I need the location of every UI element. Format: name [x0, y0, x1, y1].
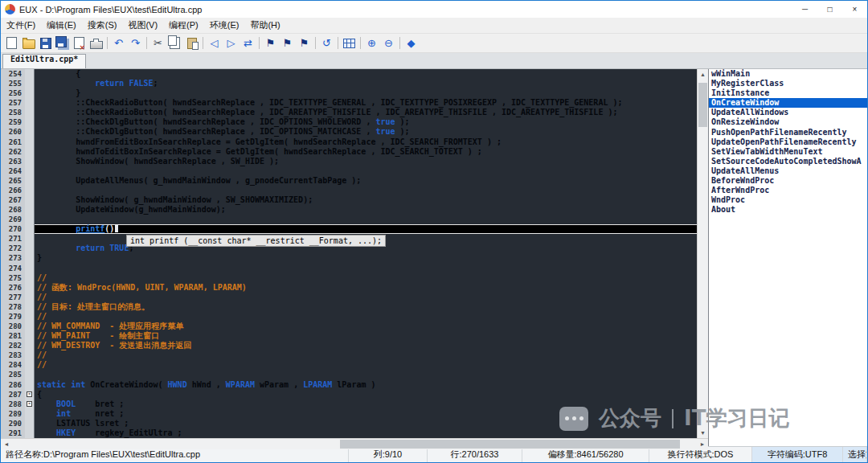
function-list-item[interactable]: wWinMain — [709, 69, 867, 79]
save-file-icon[interactable] — [37, 35, 54, 51]
tab-editultra[interactable]: EditUltra.cpp* — [2, 54, 86, 68]
function-list-item[interactable]: SetSourceCodeAutoCompletedShowA — [709, 157, 867, 166]
code-line[interactable]: 279// — [1, 312, 697, 322]
go-back-icon[interactable]: ↺ — [318, 35, 335, 51]
code-line[interactable]: 286static int OnCreateWindow( HWND hWnd … — [1, 380, 697, 390]
code-line[interactable]: 262 hwndToEditBoxInSearchReplace = GetDl… — [1, 147, 697, 157]
fold-marker-icon[interactable]: - — [27, 401, 32, 407]
redo-icon[interactable]: ↷ — [127, 35, 144, 51]
scroll-right-icon[interactable]: ► — [697, 439, 708, 449]
menu-file[interactable]: 文件(F) — [1, 18, 41, 33]
code-line[interactable]: 274 — [1, 264, 697, 273]
toggle-bookmark-icon[interactable]: ⚑ — [262, 35, 279, 51]
undo-icon[interactable]: ↶ — [110, 35, 127, 51]
code-line[interactable]: 277// — [1, 293, 697, 302]
code-text: ShowWindow( g_hwndMainWindow , SW_SHOWMA… — [35, 195, 697, 205]
code-line[interactable]: 264 — [1, 166, 697, 176]
code-line[interactable]: 280// WM_COMMAND - 处理应用程序菜单 — [1, 322, 697, 331]
paste-icon[interactable] — [183, 35, 200, 51]
code-line[interactable]: 254 { — [1, 69, 697, 79]
code-line[interactable]: 275// — [1, 273, 697, 283]
code-line[interactable]: 265 UpdateAllMenus( g_hwndMainWindow , g… — [1, 176, 697, 186]
code-line[interactable]: 284// — [1, 360, 697, 370]
open-file-icon[interactable] — [20, 35, 37, 51]
cut-icon[interactable]: ✂ — [149, 35, 166, 51]
code-line[interactable]: 267 ShowWindow( g_hwndMainWindow , SW_SH… — [1, 195, 697, 205]
code-line[interactable]: 281// WM_PAINT - 绘制主窗口 — [1, 331, 697, 341]
app-icon — [5, 4, 15, 14]
next-bookmark-icon[interactable]: ⚑ — [296, 35, 313, 51]
code-line[interactable]: 260 ::CheckDlgButton( hwndSearchReplace … — [1, 127, 697, 137]
code-line[interactable]: 259 ::CheckDlgButton( hwndSearchReplace … — [1, 117, 697, 127]
code-line[interactable]: 282// WM_DESTROY - 发送退出消息并返回 — [1, 341, 697, 350]
code-line[interactable]: 283// — [1, 350, 697, 360]
function-list-item[interactable]: OnResizeWindow — [709, 117, 867, 127]
menu-program[interactable]: 编程(P) — [163, 18, 204, 33]
function-list-item[interactable]: UpdateOpenPathFilenameRecently — [709, 137, 867, 147]
code-line[interactable]: 258 ::CheckRadioButton( hwndSearchReplac… — [1, 108, 697, 117]
environment-icon[interactable]: ◆ — [403, 35, 420, 51]
zoom-in-icon[interactable]: ⊕ — [363, 35, 380, 51]
fold-margin: - — [25, 399, 35, 409]
print-icon[interactable] — [88, 35, 104, 51]
line-number: 287 — [1, 390, 25, 399]
code-line[interactable]: 255 return FALSE; — [1, 79, 697, 88]
close-file-icon[interactable] — [71, 35, 88, 51]
function-list-item[interactable]: SetViewTabWidthMenuText — [709, 147, 867, 157]
function-list-item[interactable]: AfterWndProc — [709, 186, 867, 195]
copy-icon[interactable] — [166, 35, 183, 51]
code-line[interactable]: 287-{ — [1, 390, 697, 399]
zoom-out-icon[interactable]: ⊖ — [380, 35, 397, 51]
code-line[interactable]: 266 — [1, 186, 697, 195]
menu-edit[interactable]: 编辑(E) — [41, 18, 82, 33]
maximize-button[interactable]: □ — [817, 1, 842, 18]
horizontal-scroll-thumb[interactable] — [340, 440, 679, 449]
horizontal-scrollbar[interactable]: ◄ ► — [1, 438, 708, 449]
prev-bookmark-icon[interactable]: ⚑ — [279, 35, 296, 51]
code-line[interactable]: 278// 目标: 处理主窗口的消息。 — [1, 302, 697, 312]
function-list-item[interactable]: About — [709, 205, 867, 215]
line-number: 258 — [1, 108, 25, 117]
replace-icon[interactable]: ⇄ — [240, 35, 256, 51]
function-list-item[interactable]: OnCreateWindow — [709, 98, 867, 108]
code-line[interactable]: 268 UpdateWindow(g_hwndMainWindow); — [1, 205, 697, 215]
vertical-scrollbar[interactable]: ▲ ▼ — [697, 69, 708, 438]
line-number: 270 — [1, 224, 25, 234]
function-list-item[interactable]: MyRegisterClass — [709, 79, 867, 88]
menu-view[interactable]: 视图(V) — [122, 18, 163, 33]
code-line[interactable]: 269 — [1, 215, 697, 224]
menu-environment[interactable]: 环境(E) — [204, 18, 245, 33]
code-line[interactable]: 256 } — [1, 88, 697, 98]
vertical-scroll-thumb[interactable] — [698, 83, 707, 127]
new-file-icon[interactable] — [3, 35, 20, 51]
code-line[interactable]: 276// 函数: WndProc(HWND, UINT, WPARAM, LP… — [1, 283, 697, 293]
menu-search[interactable]: 搜索(S) — [82, 18, 123, 33]
find-prev-icon[interactable]: ◁ — [206, 35, 223, 51]
close-button[interactable]: × — [842, 1, 867, 18]
fold-margin — [25, 264, 35, 273]
function-list-item[interactable]: UpdateAllMenus — [709, 166, 867, 176]
find-next-icon[interactable]: ▷ — [223, 35, 240, 51]
scroll-up-icon[interactable]: ▲ — [698, 69, 708, 80]
code-editor[interactable]: 254 {255 return FALSE;256 }257 ::CheckRa… — [1, 69, 697, 438]
fold-marker-icon[interactable]: - — [27, 391, 32, 397]
code-line[interactable]: 273} — [1, 253, 697, 263]
fold-margin — [25, 253, 35, 263]
function-list-item[interactable]: InitInstance — [709, 88, 867, 98]
hex-view-icon[interactable] — [341, 35, 358, 51]
save-all-icon[interactable] — [54, 35, 71, 51]
current-code-line[interactable]: 270 printf() — [1, 224, 697, 234]
function-list-item[interactable]: PushOpenPathFilenameRecently — [709, 128, 867, 137]
toolbar-separator — [315, 37, 316, 49]
function-list-item[interactable]: WndProc — [709, 195, 867, 205]
minimize-button[interactable]: ─ — [792, 1, 817, 18]
code-line[interactable]: 285 — [1, 370, 697, 379]
function-list-item[interactable]: BeforeWndProc — [709, 176, 867, 186]
scroll-left-icon[interactable]: ◄ — [1, 439, 12, 449]
code-line[interactable]: 261 hwndFromEditBoxInSearchReplace = Get… — [1, 137, 697, 147]
function-list-item[interactable]: UpdateAllWindows — [709, 108, 867, 117]
code-line[interactable]: 263 ShowWindow( hwndSearchReplace , SW_H… — [1, 157, 697, 166]
code-line[interactable]: 257 ::CheckRadioButton( hwndSearchReplac… — [1, 98, 697, 108]
menu-help[interactable]: 帮助(H) — [244, 18, 285, 33]
fold-margin — [25, 215, 35, 224]
